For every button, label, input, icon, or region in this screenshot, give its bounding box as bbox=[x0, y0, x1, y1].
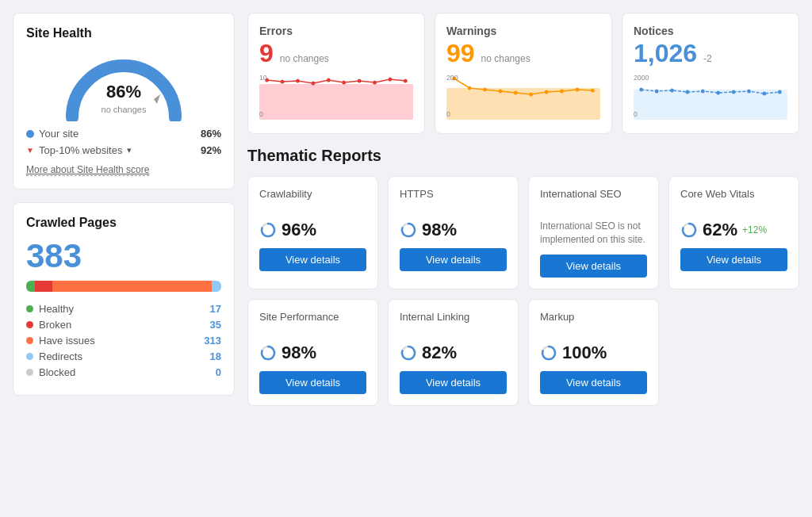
top10-dropdown-icon: ▾ bbox=[127, 145, 132, 155]
stats-rows: Healthy 17 Broken 35 Have issues 313 Red… bbox=[26, 303, 221, 378]
warnings-value: 99 bbox=[446, 40, 475, 66]
site-health-title: Site Health bbox=[26, 26, 221, 40]
svg-point-3 bbox=[281, 80, 285, 84]
notices-chart: 2000 0 bbox=[634, 72, 787, 120]
errors-card: Errors 9 no changes bbox=[247, 13, 425, 134]
warnings-card: Warnings 99 no changes bbox=[435, 13, 612, 134]
stat-label: Have issues bbox=[39, 335, 95, 347]
report-name: Site Performance bbox=[259, 311, 366, 336]
pages-bar bbox=[26, 281, 221, 292]
report-card: Crawlability 96% View details bbox=[247, 176, 378, 289]
score-circle-icon bbox=[400, 221, 417, 239]
crawled-pages-card: Crawled Pages 383 Healthy 17 Broken 35 H… bbox=[13, 202, 235, 396]
view-details-button[interactable]: View details bbox=[540, 255, 647, 278]
svg-text:0: 0 bbox=[446, 110, 450, 118]
report-change: +12% bbox=[742, 224, 767, 236]
stat-val: 17 bbox=[210, 303, 221, 315]
report-name: HTTPS bbox=[400, 188, 507, 213]
stat-row: Broken 35 bbox=[26, 319, 221, 331]
svg-point-17 bbox=[483, 88, 487, 92]
report-name: Crawlability bbox=[259, 188, 366, 213]
thematic-reports-title: Thematic Reports bbox=[247, 147, 799, 165]
svg-point-16 bbox=[468, 86, 472, 90]
warnings-title: Warnings bbox=[446, 25, 600, 37]
svg-point-24 bbox=[591, 89, 595, 93]
bar-healthy bbox=[26, 281, 35, 292]
your-site-dot bbox=[26, 130, 34, 138]
bar-broken bbox=[35, 281, 52, 292]
report-name: Core Web Vitals bbox=[680, 188, 787, 213]
svg-point-10 bbox=[388, 78, 392, 82]
stat-label: Redirects bbox=[39, 350, 82, 362]
report-name: Markup bbox=[540, 311, 647, 336]
svg-point-22 bbox=[560, 90, 564, 94]
site-health-card: Site Health 86% no changes bbox=[13, 13, 235, 190]
errors-title: Errors bbox=[259, 25, 413, 37]
view-details-button[interactable]: View details bbox=[680, 248, 787, 271]
errors-chart: 10 0 bbox=[259, 72, 413, 120]
top10-arrow-icon: ▼ bbox=[26, 146, 34, 155]
svg-text:10: 10 bbox=[259, 74, 267, 82]
report-card: HTTPS 98% View details bbox=[388, 176, 519, 289]
report-score-row: 100% bbox=[540, 343, 647, 363]
view-details-button[interactable]: View details bbox=[400, 371, 507, 394]
svg-point-36 bbox=[762, 92, 766, 96]
svg-point-7 bbox=[342, 81, 346, 85]
stat-dot bbox=[26, 369, 33, 376]
view-details-button[interactable]: View details bbox=[259, 248, 366, 271]
svg-point-32 bbox=[701, 90, 705, 94]
warnings-value-row: 99 no changes bbox=[446, 40, 600, 66]
svg-point-29 bbox=[655, 90, 659, 94]
svg-point-18 bbox=[498, 90, 502, 94]
report-card: Markup 100% View details bbox=[528, 299, 659, 406]
score-circle-icon bbox=[540, 344, 557, 362]
stat-val: 18 bbox=[210, 350, 221, 362]
report-name: International SEO bbox=[540, 188, 647, 213]
svg-point-9 bbox=[373, 81, 377, 85]
notices-title: Notices bbox=[634, 25, 787, 37]
svg-point-37 bbox=[778, 90, 782, 94]
top10-val: 92% bbox=[201, 144, 221, 156]
view-details-button[interactable]: View details bbox=[400, 248, 507, 271]
svg-point-4 bbox=[296, 79, 300, 83]
your-site-label: Your site bbox=[39, 128, 79, 140]
view-details-button[interactable]: View details bbox=[540, 371, 647, 394]
svg-text:2000: 2000 bbox=[634, 74, 649, 82]
report-score: 96% bbox=[282, 220, 316, 240]
svg-point-33 bbox=[716, 91, 720, 95]
metrics-row: Errors 9 no changes bbox=[247, 13, 799, 134]
svg-point-23 bbox=[575, 88, 579, 92]
report-score: 62% bbox=[703, 220, 737, 240]
empty-placeholder bbox=[668, 299, 799, 406]
your-site-row: Your site 86% bbox=[26, 128, 221, 140]
top10-row[interactable]: ▼ Top-10% websites ▾ 92% bbox=[26, 144, 221, 156]
bar-issues bbox=[52, 281, 212, 292]
report-score: 98% bbox=[282, 343, 316, 363]
errors-value-row: 9 no changes bbox=[259, 40, 413, 66]
gauge-center: 86% no changes bbox=[102, 82, 147, 115]
report-card: International SEOInternational SEO is no… bbox=[528, 176, 659, 289]
stat-val: 313 bbox=[204, 335, 221, 347]
svg-rect-1 bbox=[259, 84, 413, 120]
errors-value: 9 bbox=[259, 40, 274, 66]
svg-text:0: 0 bbox=[634, 110, 638, 118]
more-about-link[interactable]: More about Site Health score bbox=[26, 164, 149, 176]
report-card: Core Web Vitals 62% +12% View details bbox=[668, 176, 799, 289]
report-score: 98% bbox=[422, 220, 457, 240]
stat-label: Broken bbox=[39, 319, 71, 331]
score-circle-icon bbox=[680, 221, 698, 239]
score-circle-icon bbox=[400, 344, 417, 362]
gauge-percent: 86% bbox=[102, 82, 147, 102]
view-details-button[interactable]: View details bbox=[259, 371, 366, 394]
notices-value: 1,026 bbox=[634, 40, 697, 66]
score-circle-icon bbox=[259, 344, 277, 362]
stat-dot bbox=[26, 337, 33, 344]
svg-point-20 bbox=[529, 93, 533, 97]
gauge-container: 86% no changes bbox=[26, 50, 221, 121]
notices-value-row: 1,026 -2 bbox=[634, 40, 787, 66]
report-card: Internal Linking 82% View details bbox=[388, 299, 519, 406]
stat-row: Blocked 0 bbox=[26, 366, 221, 378]
notices-card: Notices 1,026 -2 bbox=[622, 13, 799, 134]
svg-point-30 bbox=[670, 89, 674, 93]
gauge-no-changes: no changes bbox=[102, 105, 147, 114]
